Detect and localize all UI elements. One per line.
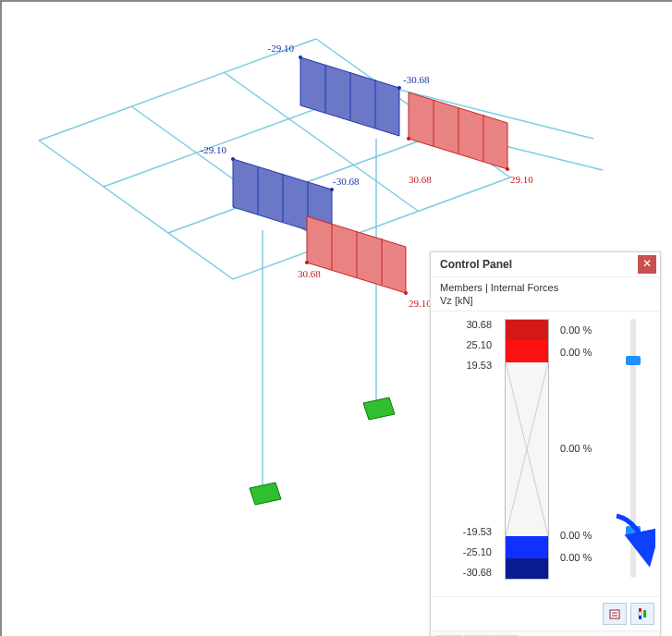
svg-rect-43 (639, 608, 641, 612)
supports (250, 398, 395, 505)
svg-point-36 (305, 261, 309, 264)
control-panel: Control Panel ✕ Members | Internal Force… (430, 251, 661, 636)
shear-diagram-neg-1 (299, 55, 401, 136)
label-neg-C: -29.10 (201, 144, 227, 155)
color-bar (505, 319, 549, 580)
label-pos-A: 30.68 (409, 174, 432, 185)
svg-point-31 (506, 167, 509, 171)
panel-subtitle-1: Members | Internal Forces (440, 281, 651, 294)
panel-subtitle-2: Vz [kN] (440, 294, 651, 307)
label-pos-C: 30.68 (298, 268, 321, 279)
close-button[interactable]: ✕ (638, 255, 656, 274)
svg-rect-45 (639, 616, 641, 619)
color-scale-button[interactable] (630, 603, 654, 625)
svg-point-24 (231, 157, 235, 161)
svg-point-19 (397, 86, 401, 90)
panel-title: Control Panel (440, 258, 638, 271)
svg-line-4 (39, 141, 233, 279)
color-scale-icon (636, 607, 649, 620)
svg-rect-40 (610, 610, 619, 618)
label-neg-A: -29.10 (268, 43, 295, 54)
shear-diagram-pos-2 (305, 216, 408, 295)
label-neg-D: -30.68 (333, 176, 360, 187)
label-pos-D: 29.10 (409, 298, 432, 309)
notepad-icon (608, 607, 621, 620)
svg-rect-46 (643, 610, 646, 618)
legend-body: 30.68 25.10 19.53 -19.53 -25.10 -30.68 0… (431, 312, 660, 596)
svg-point-25 (330, 188, 334, 191)
slider-thumb-upper[interactable] (626, 356, 641, 365)
label-neg-B: -30.68 (403, 74, 430, 85)
edit-scale-button[interactable] (603, 603, 627, 625)
svg-marker-13 (363, 398, 395, 420)
svg-rect-44 (639, 612, 641, 616)
svg-marker-12 (250, 483, 281, 505)
slider-thumb-lower[interactable] (626, 526, 641, 535)
svg-point-37 (404, 291, 408, 295)
range-slider[interactable] (630, 319, 636, 578)
svg-line-0 (39, 39, 316, 141)
svg-point-18 (299, 55, 302, 59)
label-pos-B: 29.10 (510, 174, 533, 185)
svg-point-30 (407, 137, 410, 141)
